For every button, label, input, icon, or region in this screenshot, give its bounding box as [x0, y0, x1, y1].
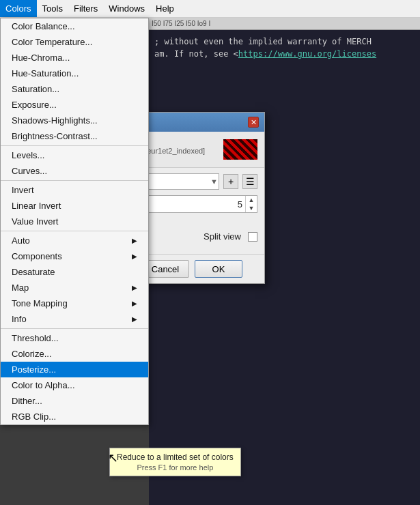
menu-item-dither[interactable]: Dither... — [1, 393, 148, 409]
menu-item-levels[interactable]: Levels... — [1, 147, 148, 163]
menu-item-info[interactable]: Info ▶ — [1, 311, 148, 329]
split-view-checkbox[interactable] — [248, 232, 257, 242]
close-button[interactable]: ✕ — [248, 117, 259, 128]
menu-item-exposure[interactable]: Exposure... — [1, 97, 148, 113]
levels-spinners: ▲ ▼ — [245, 196, 257, 212]
tooltip: Reduce to a limited set of colors Press … — [109, 448, 241, 476]
presets-dropdown-arrow[interactable]: ▼ — [210, 177, 218, 186]
horizontal-ruler: I50 I75 I25 I50 Io9 I — [149, 18, 420, 30]
color-swatch — [223, 139, 257, 160]
menubar-windows[interactable]: Windows — [103, 0, 150, 17]
levels-spin-down[interactable]: ▼ — [246, 204, 257, 212]
menu-item-shadows-highlights[interactable]: Shadows-Highlights... — [1, 113, 148, 128]
menu-item-auto[interactable]: Auto ▶ — [1, 233, 148, 248]
submenu-arrow-map: ▶ — [132, 284, 137, 291]
split-view-label: Split view — [204, 231, 241, 242]
menubar: Colors Tools Filters Windows Help — [0, 0, 420, 18]
submenu-arrow-tone-mapping: ▶ — [132, 300, 137, 307]
menubar-help[interactable]: Help — [150, 0, 180, 17]
menu-item-value-invert[interactable]: Value Invert — [1, 214, 148, 231]
menu-item-brightness-contrast[interactable]: Brightness-Contrast... — [1, 128, 148, 146]
menu-item-rgb-clip[interactable]: RGB Clip... — [1, 409, 148, 424]
menu-item-curves[interactable]: Curves... — [1, 163, 148, 181]
menubar-tools[interactable]: Tools — [37, 0, 68, 17]
menu-item-colorize[interactable]: Colorize... — [1, 346, 148, 362]
menu-item-posterize[interactable]: Posterize... — [1, 362, 148, 377]
menu-item-saturation[interactable]: Saturation... — [1, 81, 148, 97]
presets-add-button[interactable]: + — [223, 174, 238, 189]
menu-item-color-balance[interactable]: Color Balance... — [1, 18, 148, 34]
levels-spin-up[interactable]: ▲ — [246, 196, 257, 204]
menu-item-threshold[interactable]: Threshold... — [1, 330, 148, 346]
posterize-levels-value: 5 — [218, 199, 245, 210]
menu-item-invert[interactable]: Invert — [1, 182, 148, 198]
submenu-arrow-auto: ▶ — [132, 237, 137, 244]
submenu-arrow-info: ▶ — [132, 315, 137, 323]
menu-item-tone-mapping[interactable]: Tone Mapping ▶ — [1, 295, 148, 311]
menu-item-color-to-alpha[interactable]: Color to Alpha... — [1, 377, 148, 393]
menu-item-hue-saturation[interactable]: Hue-Saturation... — [1, 66, 148, 81]
menu-item-desaturate[interactable]: Desaturate — [1, 264, 148, 280]
menubar-colors[interactable]: Colors — [0, 0, 37, 17]
menu-item-linear-invert[interactable]: Linear Invert — [1, 198, 148, 214]
menu-item-components[interactable]: Components ▶ — [1, 248, 148, 264]
editor-line-2: am. If not, see <https://www.gnu.org/lic… — [154, 48, 415, 60]
menu-item-color-temperature[interactable]: Color Temperature... — [1, 34, 148, 50]
menu-item-map[interactable]: Map ▶ — [1, 280, 148, 295]
menu-item-hue-chroma[interactable]: Hue-Chroma... — [1, 50, 148, 66]
license-link[interactable]: https://www.gnu.org/licenses — [238, 49, 376, 59]
editor-line-1: ; without even the implied warranty of M… — [154, 35, 415, 48]
colors-dropdown-menu: Color Balance... Color Temperature... Hu… — [0, 18, 149, 425]
ok-button[interactable]: OK — [195, 260, 242, 278]
menubar-filters[interactable]: Filters — [68, 0, 103, 17]
tooltip-hint: Press F1 for more help — [117, 463, 234, 472]
submenu-arrow-components: ▶ — [132, 252, 137, 260]
tooltip-text: Reduce to a limited set of colors — [117, 452, 234, 462]
presets-menu-button[interactable]: ☰ — [242, 174, 257, 189]
